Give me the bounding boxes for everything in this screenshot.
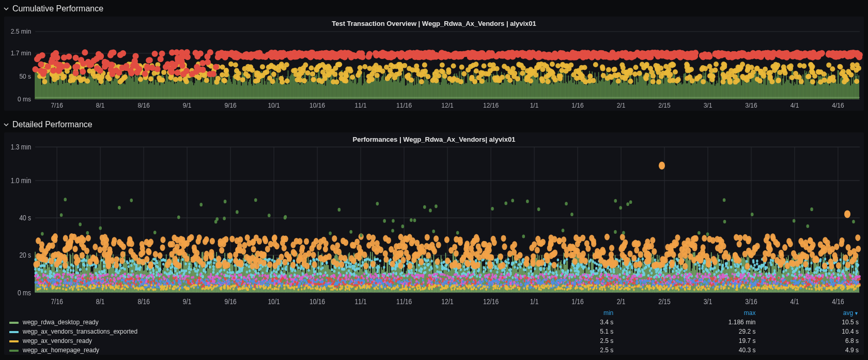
svg-point-5680 xyxy=(397,276,399,278)
chart-cumulative[interactable]: 0 ms50 s1.7 min2.5 min7/168/18/169/19/16… xyxy=(4,28,864,111)
svg-point-7179 xyxy=(323,281,326,284)
legend-row[interactable]: wegp_ax_vendors_ready2.5 s19.7 s6.8 s xyxy=(4,336,864,346)
chart-detailed[interactable]: 0 ms20 s40 s1.0 min1.3 min7/168/18/169/1… xyxy=(4,144,864,308)
svg-point-7065 xyxy=(692,280,694,283)
svg-point-1577 xyxy=(687,68,692,73)
svg-point-1285 xyxy=(233,62,238,67)
svg-point-9012 xyxy=(535,247,540,253)
svg-point-7928 xyxy=(118,284,120,287)
svg-point-5734 xyxy=(422,281,424,284)
svg-point-7103 xyxy=(393,278,395,281)
svg-point-1552 xyxy=(355,72,361,78)
svg-point-8261 xyxy=(417,288,419,290)
svg-point-4449 xyxy=(654,259,656,262)
svg-point-9128 xyxy=(766,244,771,251)
svg-point-7306 xyxy=(281,277,283,280)
svg-point-7379 xyxy=(381,277,383,279)
svg-point-6617 xyxy=(575,279,577,281)
svg-point-3909 xyxy=(490,269,492,273)
svg-point-8349 xyxy=(38,288,40,291)
svg-point-4477 xyxy=(212,265,214,268)
svg-point-7524 xyxy=(371,281,373,283)
svg-point-7865 xyxy=(199,284,201,287)
svg-text:40 s: 40 s xyxy=(19,214,31,222)
section-toggle-cumulative[interactable]: Cumulative Performance xyxy=(0,0,868,17)
svg-point-8107 xyxy=(603,287,606,289)
svg-point-7394 xyxy=(241,281,243,284)
svg-point-8056 xyxy=(698,284,700,287)
svg-point-1693 xyxy=(207,71,213,77)
svg-point-6863 xyxy=(269,279,271,281)
svg-point-5896 xyxy=(499,276,501,278)
svg-point-1534 xyxy=(714,62,719,67)
svg-point-1981 xyxy=(365,53,371,59)
legend-col-avg[interactable]: avg▼ xyxy=(761,308,864,318)
svg-point-8283 xyxy=(500,286,502,288)
svg-point-8112 xyxy=(537,284,539,287)
svg-point-7160 xyxy=(467,280,469,283)
svg-point-7057 xyxy=(121,279,123,281)
svg-point-944 xyxy=(302,78,307,83)
svg-point-6827 xyxy=(557,283,559,286)
svg-text:11/1: 11/1 xyxy=(354,297,366,306)
svg-point-8032 xyxy=(717,288,719,291)
svg-point-8118 xyxy=(744,286,746,289)
svg-point-7263 xyxy=(129,283,131,286)
svg-point-4301 xyxy=(709,268,711,271)
svg-point-4878 xyxy=(584,273,586,276)
chart-svg: 0 ms50 s1.7 min2.5 min7/168/18/169/19/16… xyxy=(4,28,864,111)
svg-point-8284 xyxy=(470,286,472,288)
svg-point-2379 xyxy=(648,51,655,57)
panel-cumulative-performance[interactable]: Test Transaction Overview | Wegp_Rdwa_Ax… xyxy=(4,17,864,111)
svg-point-8677 xyxy=(63,262,68,269)
svg-point-7127 xyxy=(842,280,844,283)
svg-point-4446 xyxy=(837,273,839,276)
svg-point-9151 xyxy=(456,231,459,235)
svg-point-7155 xyxy=(811,278,813,281)
svg-point-8855 xyxy=(742,251,748,258)
svg-point-7308 xyxy=(85,280,87,282)
svg-point-5688 xyxy=(417,274,420,277)
svg-point-9080 xyxy=(51,235,56,242)
svg-point-8179 xyxy=(821,288,823,291)
svg-point-9182 xyxy=(60,213,63,217)
svg-point-6970 xyxy=(305,281,307,283)
svg-point-8209 xyxy=(392,287,394,290)
svg-point-4238 xyxy=(721,266,723,269)
svg-point-7452 xyxy=(276,277,278,280)
svg-point-8469 xyxy=(73,246,78,252)
svg-point-6743 xyxy=(436,278,438,281)
legend-col-max[interactable]: max xyxy=(618,308,761,318)
svg-point-7781 xyxy=(749,288,751,290)
svg-point-3461 xyxy=(719,263,721,266)
svg-point-8431 xyxy=(757,286,759,289)
legend-row[interactable]: wegp_ax_vendors_transactions_exported5.1… xyxy=(4,327,864,336)
svg-point-7251 xyxy=(602,276,604,279)
svg-point-1350 xyxy=(776,78,781,83)
svg-point-8383 xyxy=(93,284,95,287)
svg-point-7488 xyxy=(49,282,51,285)
svg-point-2360 xyxy=(415,50,421,56)
svg-point-4739 xyxy=(515,260,517,263)
svg-point-1697 xyxy=(174,49,180,55)
svg-point-1365 xyxy=(410,67,415,72)
svg-point-5758 xyxy=(831,276,833,278)
section-toggle-detailed[interactable]: Detailed Performance xyxy=(0,116,868,132)
svg-point-5751 xyxy=(604,274,606,276)
svg-point-7290 xyxy=(474,279,476,281)
panel-detailed-performance[interactable]: Performances | Wegp_Rdwa_Ax_Vendors| aly… xyxy=(4,132,864,355)
svg-point-8777 xyxy=(314,238,319,245)
svg-point-1629 xyxy=(159,51,165,57)
svg-point-6185 xyxy=(462,283,464,286)
svg-point-4802 xyxy=(388,273,390,276)
svg-point-4440 xyxy=(81,260,83,263)
legend-row[interactable]: wegp_ax_homepage_ready2.5 s40.3 s4.9 s xyxy=(4,346,864,355)
svg-point-4315 xyxy=(548,265,550,268)
svg-point-8844 xyxy=(679,258,684,265)
legend-col-min[interactable]: min xyxy=(529,308,618,318)
svg-point-4720 xyxy=(430,267,432,270)
svg-point-3364 xyxy=(338,266,340,269)
svg-point-8181 xyxy=(518,288,520,291)
svg-point-6446 xyxy=(719,279,721,282)
legend-row[interactable]: wegp_rdwa_desktop_ready3.4 s1.186 min10.… xyxy=(4,318,864,327)
